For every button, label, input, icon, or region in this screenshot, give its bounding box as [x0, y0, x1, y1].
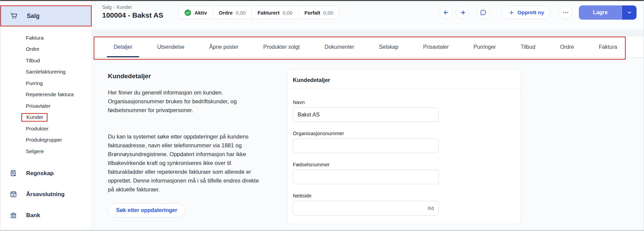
tab-purringer[interactable]: Purringer	[474, 37, 496, 57]
sidebar-item-repeterende-faktura[interactable]: Repeterende faktura	[26, 89, 92, 101]
create-new-label: Opprett ny	[517, 9, 544, 16]
tab-dokumenter[interactable]: Dokumenter	[325, 37, 354, 57]
sidebar-item-selgere[interactable]: Selgere	[26, 146, 92, 157]
sidebar-item-prisavtaler[interactable]: Prisavtaler	[26, 100, 92, 112]
status-fakturert: Fakturert 0,00	[251, 6, 298, 19]
sidebar: Salg Faktura Ordre Tilbud Samlefaktureri…	[0, 1, 92, 230]
status-active-label: Aktiv	[194, 10, 207, 16]
title-block: Salg›Kunder 100004 - Bakst AS	[102, 4, 163, 19]
status-ordre-label: Ordre	[219, 10, 233, 16]
sidebar-section-regnskap[interactable]: Regnskap	[0, 166, 92, 181]
fodselsnummer-label: Fødselsnummer	[293, 162, 515, 167]
field-organisasjonsnummer: Organisasjonsnummer	[293, 130, 515, 153]
sidebar-item-tilbud[interactable]: Tilbud	[26, 55, 92, 66]
tab-apne-poster[interactable]: Åpne poster	[209, 37, 238, 57]
tab-detaljer[interactable]: Detaljer	[114, 37, 132, 57]
chevron-down-icon	[626, 9, 632, 16]
info-panel: Kundedetaljer Her finner du generell inf…	[108, 72, 269, 230]
cart-icon	[10, 12, 18, 20]
sidebar-section-arsavslutning-label: Årsavslutning	[26, 191, 64, 198]
tab-faktura[interactable]: Faktura	[599, 37, 617, 57]
content-area: Kundedetaljer Her finner du generell inf…	[92, 58, 644, 230]
status-ordre-value: 0,00	[236, 10, 246, 16]
more-button[interactable]	[559, 6, 572, 19]
status-fakturert-label: Fakturert	[258, 10, 280, 16]
nettside-input[interactable]	[293, 201, 439, 215]
sidebar-item-samlefakturering[interactable]: Samlefakturering	[26, 66, 92, 78]
chat-bubble-icon	[479, 9, 487, 16]
sidebar-section-arsavslutning[interactable]: Årsavslutning	[0, 187, 92, 202]
organisasjonsnummer-input[interactable]	[293, 139, 439, 153]
page-title: 100004 - Bakst AS	[102, 11, 163, 19]
nettside-input-wrap	[293, 201, 439, 215]
previous-button[interactable]	[439, 6, 453, 19]
sidebar-section-bank-label: Bank	[26, 212, 40, 219]
fodselsnummer-input[interactable]	[293, 170, 439, 184]
sidebar-item-kunder[interactable]: Kunder	[26, 112, 92, 123]
plus-icon	[508, 9, 515, 16]
chat-button[interactable]	[476, 6, 490, 19]
app-window: Salg Faktura Ordre Tilbud Samlefaktureri…	[0, 0, 644, 231]
status-fakturert-value: 0,00	[283, 10, 292, 16]
sidebar-section-bank[interactable]: Bank	[0, 208, 92, 223]
tabs: Detaljer Utsendelse Åpne poster Produkte…	[92, 37, 644, 57]
customer-details-card: Kundedetaljer Navn Organisasjonsnummer F…	[287, 69, 521, 224]
tab-produkter-solgt[interactable]: Produkter solgt	[263, 37, 300, 57]
save-split-button: Lagre	[579, 5, 637, 20]
status-active: Aktiv	[178, 6, 213, 19]
breadcrumb-salg[interactable]: Salg	[102, 4, 112, 10]
calendar-check-icon	[9, 190, 18, 198]
organisasjonsnummer-label: Organisasjonsnummer	[293, 130, 515, 136]
nettside-label: Nettside	[293, 193, 515, 198]
card-body: Navn Organisasjonsnummer Fødselsnummer	[287, 89, 521, 224]
tab-ordre[interactable]: Ordre	[560, 37, 574, 57]
page-header: Salg›Kunder 100004 - Bakst AS Aktiv Ordr…	[92, 1, 644, 29]
ellipsis-icon	[562, 9, 569, 16]
search-updates-button[interactable]: Søk etter oppdateringer	[108, 203, 185, 217]
save-button[interactable]: Lagre	[579, 5, 622, 20]
breadcrumb: Salg›Kunder	[102, 4, 163, 10]
next-button[interactable]	[456, 6, 469, 19]
info-heading: Kundedetaljer	[108, 72, 269, 80]
sidebar-section-salg-label: Salg	[27, 13, 40, 20]
header-actions: Opprett ny Lagre	[439, 5, 637, 20]
link-icon	[428, 205, 434, 212]
tab-selskap[interactable]: Selskap	[379, 37, 398, 57]
breadcrumb-separator: ›	[113, 4, 115, 10]
sidebar-item-produktgrupper[interactable]: Produktgrupper	[26, 134, 92, 146]
card-title: Kundedetaljer	[287, 70, 521, 89]
arrow-right-icon	[459, 9, 466, 16]
check-circle-icon	[184, 9, 191, 16]
status-forfalt-label: Forfalt	[304, 10, 320, 16]
form-panel: Kundedetaljer Navn Organisasjonsnummer F…	[287, 69, 521, 230]
navn-input[interactable]	[293, 107, 439, 122]
sidebar-item-faktura[interactable]: Faktura	[26, 32, 92, 44]
status-pill: Aktiv Ordre 0,00 Fakturert 0,00 Forfalt …	[178, 6, 339, 19]
info-paragraph-2: Du kan la systemet søke etter oppdaterin…	[108, 132, 265, 194]
bank-icon	[9, 211, 18, 219]
info-paragraph-1: Her finner du generell informasjon om ku…	[108, 88, 265, 114]
sidebar-section-regnskap-label: Regnskap	[26, 170, 54, 177]
arrow-left-icon	[442, 9, 450, 16]
tab-tilbud[interactable]: Tilbud	[521, 37, 535, 57]
tab-utsendelse[interactable]: Utsendelse	[157, 37, 184, 57]
sidebar-item-ordre[interactable]: Ordre	[26, 44, 92, 55]
tab-bar: Detaljer Utsendelse Åpne poster Produkte…	[92, 37, 644, 58]
create-new-button[interactable]: Opprett ny	[501, 6, 551, 19]
status-ordre: Ordre 0,00	[213, 6, 251, 19]
field-fodselsnummer: Fødselsnummer	[293, 162, 515, 184]
kunder-annotation-box: Kunder	[21, 113, 48, 122]
status-forfalt-value: 0,00	[323, 10, 333, 16]
ledger-icon	[9, 169, 18, 177]
tab-prisavtaler[interactable]: Prisavtaler	[423, 37, 449, 57]
sidebar-salg-submenu: Faktura Ordre Tilbud Samlefakturering Pu…	[0, 26, 92, 157]
breadcrumb-kunder[interactable]: Kunder	[117, 4, 132, 10]
status-forfalt: Forfalt 0,00	[298, 6, 339, 19]
field-nettside: Nettside	[293, 193, 515, 215]
sidebar-section-salg[interactable]: Salg	[0, 5, 92, 26]
save-dropdown-button[interactable]	[622, 5, 637, 20]
sidebar-item-purring[interactable]: Purring	[26, 78, 92, 89]
navn-label: Navn	[293, 99, 515, 105]
field-navn: Navn	[293, 99, 515, 122]
sidebar-item-produkter[interactable]: Produkter	[26, 123, 92, 134]
